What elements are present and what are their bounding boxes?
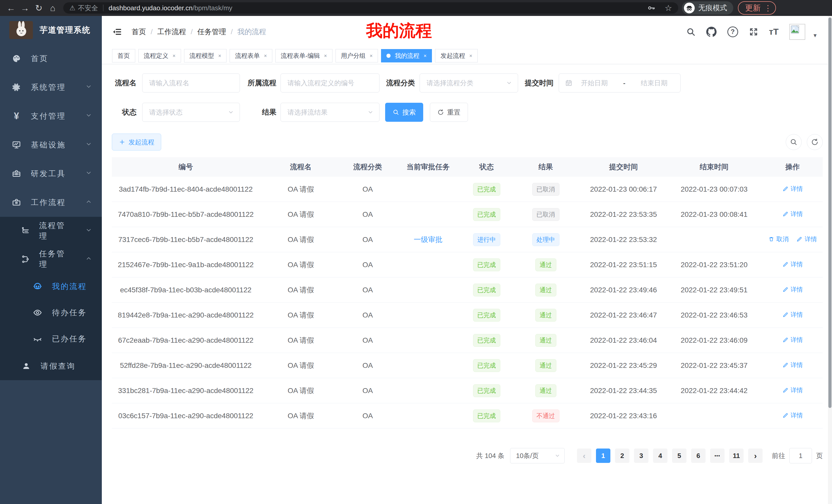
page-size-select[interactable]: 10条/页 bbox=[510, 448, 565, 464]
cancel-link[interactable]: 取消 bbox=[768, 235, 789, 243]
start-process-button[interactable]: 发起流程 bbox=[112, 134, 161, 150]
detail-link[interactable]: 详情 bbox=[782, 336, 803, 344]
tab-home[interactable]: 首页 bbox=[112, 49, 135, 62]
sidebar-item-process-management[interactable]: 流程管理 bbox=[0, 217, 102, 245]
font-size-icon[interactable]: тT bbox=[769, 27, 779, 37]
pagination-total: 共 104 条 bbox=[476, 451, 504, 460]
sidebar-toggle-icon[interactable] bbox=[112, 27, 122, 37]
detail-link[interactable]: 详情 bbox=[782, 411, 803, 419]
close-icon[interactable]: × bbox=[370, 53, 373, 59]
avatar[interactable] bbox=[789, 24, 805, 40]
filter-row-1: 流程名 所属流程 流程分类 请选择流程分类 提交时间 开始日期 - 结束日期 bbox=[112, 74, 823, 92]
home-icon[interactable]: ⌂ bbox=[46, 1, 60, 15]
sidebar-item-done-tasks[interactable]: 已办任务 bbox=[0, 326, 102, 352]
tab-start-process[interactable]: 发起流程× bbox=[435, 49, 478, 62]
detail-link[interactable]: 详情 bbox=[782, 210, 803, 218]
sidebar-item-workflow[interactable]: 工作流程 bbox=[0, 188, 102, 217]
close-icon[interactable]: × bbox=[173, 53, 176, 59]
close-icon[interactable]: × bbox=[469, 53, 472, 59]
detail-link[interactable]: 详情 bbox=[782, 386, 803, 394]
avatar-caret-icon[interactable]: ▼ bbox=[812, 33, 817, 38]
main-area: 首页 / 工作流程 / 任务管理 / 我的流程 我的流程 ? тT ▼ 首页 流… bbox=[102, 16, 832, 504]
process-category-select[interactable]: 请选择流程分类 bbox=[420, 74, 518, 92]
page-button-11[interactable]: 11 bbox=[729, 449, 744, 463]
detail-link[interactable]: 详情 bbox=[782, 285, 803, 293]
page-button-5[interactable]: 5 bbox=[672, 449, 686, 463]
tab-user-group[interactable]: 用户分组× bbox=[336, 49, 378, 62]
goto-unit-label: 页 bbox=[816, 451, 823, 460]
key-icon[interactable] bbox=[647, 4, 656, 12]
tab-my-process[interactable]: 我的流程× bbox=[381, 49, 432, 62]
row-id: 03c6c157-7b9a-11ec-a290-acde48001122 bbox=[112, 412, 260, 420]
close-icon[interactable]: × bbox=[218, 53, 222, 59]
result-select[interactable]: 请选择流结果 bbox=[281, 103, 380, 122]
status-select[interactable]: 请选择状态 bbox=[142, 103, 240, 122]
page-button-2[interactable]: 2 bbox=[615, 449, 629, 463]
tab-process-model[interactable]: 流程模型× bbox=[184, 49, 227, 62]
breadcrumb-task-management[interactable]: 任务管理 bbox=[198, 27, 226, 37]
back-icon[interactable]: ← bbox=[4, 1, 18, 15]
app-logo[interactable]: 芋道管理系统 bbox=[0, 16, 102, 44]
sidebar-item-leave-query[interactable]: 请假查询 bbox=[0, 352, 102, 380]
toggle-search-button[interactable] bbox=[786, 134, 802, 150]
window-scrollbar[interactable] bbox=[828, 16, 832, 504]
current-task-link[interactable]: 一级审批 bbox=[414, 235, 442, 244]
sidebar-item-infrastructure[interactable]: 基础设施 bbox=[0, 131, 102, 159]
search-icon[interactable] bbox=[686, 27, 696, 36]
close-icon[interactable]: × bbox=[423, 53, 426, 59]
github-icon[interactable] bbox=[706, 27, 717, 37]
help-icon[interactable]: ? bbox=[727, 26, 738, 37]
tab-process-form-edit[interactable]: 流程表单-编辑× bbox=[275, 49, 333, 62]
detail-link[interactable]: 详情 bbox=[796, 235, 817, 243]
reset-button[interactable]: 重置 bbox=[430, 103, 468, 122]
breadcrumb-home[interactable]: 首页 bbox=[132, 27, 146, 37]
page-button-1[interactable]: 1 bbox=[596, 449, 610, 463]
page-button-4[interactable]: 4 bbox=[653, 449, 668, 463]
end-date-placeholder[interactable]: 结束日期 bbox=[634, 79, 674, 88]
filter-row-2: 状态 请选择状态 结果 请选择流结果 搜索 重置 bbox=[112, 103, 823, 122]
submit-time-range[interactable]: 开始日期 - 结束日期 bbox=[559, 74, 681, 92]
goto-page-input[interactable] bbox=[789, 448, 812, 464]
close-icon[interactable]: × bbox=[324, 53, 327, 59]
address-bar[interactable]: ⚠ 不安全 dashboard.yudao.iocoder.cn /bpm/ta… bbox=[63, 2, 678, 13]
page-button-3[interactable]: 3 bbox=[634, 449, 648, 463]
sidebar-item-todo-tasks[interactable]: 待办任务 bbox=[0, 300, 102, 326]
sidebar-item-my-process[interactable]: 我的流程 bbox=[0, 273, 102, 300]
parent-process-input[interactable] bbox=[281, 74, 380, 92]
status-badge: 进行中 bbox=[473, 233, 500, 246]
tags-view-bar: 首页 流程定义× 流程模型× 流程表单× 流程表单-编辑× 用户分组× 我的流程… bbox=[102, 48, 832, 64]
not-secure-label[interactable]: 不安全 bbox=[78, 4, 98, 12]
next-page-button[interactable]: › bbox=[748, 449, 762, 463]
sidebar-item-home[interactable]: 首页 bbox=[0, 44, 102, 73]
scrollbar-thumb[interactable] bbox=[828, 18, 831, 408]
start-date-placeholder[interactable]: 开始日期 bbox=[574, 79, 615, 88]
tab-process-form[interactable]: 流程表单× bbox=[230, 49, 272, 62]
tab-process-definition[interactable]: 流程定义× bbox=[138, 49, 181, 62]
sidebar-item-dev-tools[interactable]: 研发工具 bbox=[0, 159, 102, 188]
process-name-input[interactable] bbox=[142, 74, 240, 92]
detail-link[interactable]: 详情 bbox=[782, 361, 803, 369]
detail-link[interactable]: 详情 bbox=[782, 185, 803, 193]
more-pages-button[interactable]: ••• bbox=[710, 449, 725, 463]
breadcrumb-workflow[interactable]: 工作流程 bbox=[157, 27, 186, 37]
sidebar-item-payment[interactable]: ¥ 支付管理 bbox=[0, 102, 102, 131]
detail-link[interactable]: 详情 bbox=[782, 311, 803, 319]
update-button[interactable]: 更新 ⋮ bbox=[738, 1, 776, 15]
table-toolbar: 发起流程 bbox=[112, 134, 823, 150]
close-icon[interactable]: × bbox=[264, 53, 267, 59]
sidebar-item-task-management[interactable]: 任务管理 bbox=[0, 245, 102, 273]
chevron-down-icon bbox=[228, 109, 234, 115]
reload-icon[interactable]: ↻ bbox=[32, 1, 46, 15]
detail-link[interactable]: 详情 bbox=[782, 260, 803, 269]
fullscreen-icon[interactable] bbox=[749, 27, 758, 36]
forward-icon[interactable]: → bbox=[18, 1, 32, 15]
row-category: OA bbox=[342, 261, 393, 269]
refresh-table-button[interactable] bbox=[807, 134, 823, 150]
bookmark-star-icon[interactable]: ☆ bbox=[665, 3, 672, 13]
sidebar-item-system[interactable]: 系统管理 bbox=[0, 73, 102, 102]
page-button-6[interactable]: 6 bbox=[691, 449, 705, 463]
prev-page-button[interactable]: ‹ bbox=[577, 449, 591, 463]
row-process-name: OA 请假 bbox=[260, 386, 342, 396]
browser-menu-icon[interactable]: ⋮ bbox=[764, 4, 772, 12]
search-button[interactable]: 搜索 bbox=[385, 103, 423, 122]
